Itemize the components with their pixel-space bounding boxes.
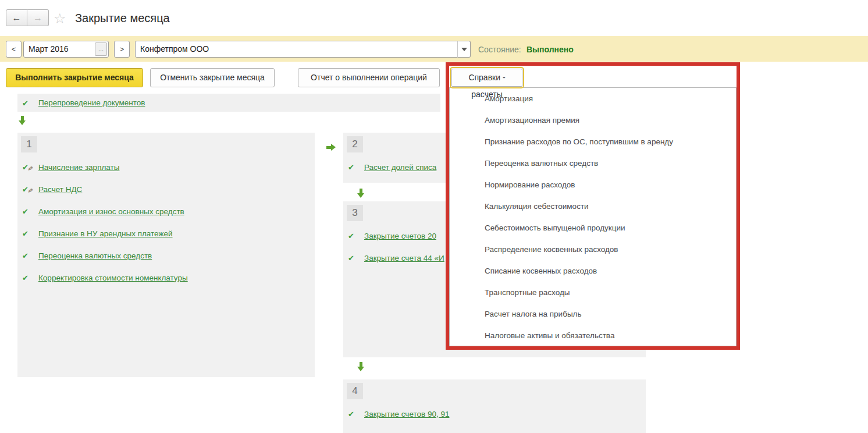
stage-number-3: 3 bbox=[347, 205, 363, 221]
dropdown-menu-item[interactable]: Распределение косвенных расходов bbox=[450, 239, 736, 260]
refs-calculations-button[interactable]: Справки - расчеты bbox=[451, 69, 522, 87]
dropdown-menu-item[interactable]: Нормирование расходов bbox=[450, 174, 736, 196]
right-arrow-icon bbox=[326, 144, 336, 151]
dropdown-menu-item[interactable]: Амортизационная премия bbox=[450, 109, 736, 131]
status-label: Состояние: bbox=[478, 45, 521, 54]
period-picker-button[interactable]: ... bbox=[95, 42, 107, 56]
back-arrow-icon: ← bbox=[12, 13, 22, 23]
check-icon bbox=[348, 230, 360, 241]
operation-link[interactable]: Расчет НДС bbox=[38, 185, 82, 194]
operation-row: ✎ Расчет НДС bbox=[17, 178, 315, 200]
stage-4-operations: Закрытие счетов 90, 91 Расчет налога на … bbox=[343, 403, 646, 433]
operation-row: Расчет налога на прибыль bbox=[343, 425, 646, 433]
dropdown-menu-item[interactable]: Налоговые активы и обязательства bbox=[450, 325, 736, 346]
status-badge: Выполнено bbox=[527, 45, 574, 54]
page-title: Закрытие месяца bbox=[75, 12, 170, 25]
operation-link[interactable]: Закрытие счетов 20 bbox=[364, 232, 436, 240]
operation-row: ✎ Начисление зарплаты bbox=[17, 156, 315, 178]
dropdown-menu-item[interactable]: Признание расходов по ОС, поступившим в … bbox=[450, 131, 736, 152]
operations-report-button[interactable]: Отчет о выполнении операций bbox=[298, 68, 440, 87]
stage-panel-4: 4 Закрытие счетов 90, 91 Расчет налога н… bbox=[343, 379, 646, 433]
refs-dropdown-menu: Амортизация Амортизационная премия Призн… bbox=[449, 87, 737, 346]
pencil-icon: ✎ bbox=[26, 165, 34, 171]
stage-1-operations: ✎ Начисление зарплаты ✎ Расчет НДС Аморт… bbox=[17, 156, 315, 289]
down-arrow-icon bbox=[357, 189, 365, 198]
dropdown-menu-item[interactable]: Калькуляция себестоимости bbox=[450, 196, 736, 217]
history-nav: ← → bbox=[6, 9, 49, 26]
dropdown-menu-item[interactable]: Списание косвенных расходов bbox=[450, 260, 736, 282]
operation-row: Признание в НУ арендных платежей bbox=[17, 222, 315, 244]
period-bar: < Март 2016 ... > Конфетпром ООО Состоян… bbox=[0, 36, 868, 62]
down-arrow-icon bbox=[357, 362, 365, 371]
check-icon bbox=[22, 272, 34, 283]
stage-number-4: 4 bbox=[347, 383, 363, 399]
company-field[interactable]: Конфетпром ООО bbox=[135, 41, 458, 58]
dropdown-menu-item[interactable]: Транспортные расходы bbox=[450, 282, 736, 303]
pencil-icon: ✎ bbox=[26, 187, 34, 193]
check-icon: ✎ bbox=[22, 184, 34, 194]
operation-link[interactable]: Амортизация и износ основных средств bbox=[38, 207, 184, 216]
dropdown-menu-item[interactable]: Переоценка валютных средств bbox=[450, 152, 736, 174]
check-icon bbox=[348, 253, 360, 263]
check-icon: ✎ bbox=[22, 162, 34, 172]
stage-panel-1: 1 ✎ Начисление зарплаты ✎ Расчет НДС Амо… bbox=[17, 133, 315, 377]
reprocess-link[interactable]: Перепроведение документов bbox=[38, 98, 145, 107]
favorite-star-icon[interactable]: ☆ bbox=[54, 10, 66, 27]
refs-dropdown-highlight: Справки - расчеты Амортизация Амортизаци… bbox=[446, 62, 740, 350]
check-icon bbox=[348, 431, 360, 433]
reprocess-row: Перепроведение документов bbox=[17, 94, 440, 112]
operation-row: Закрытие счетов 90, 91 bbox=[343, 403, 646, 425]
operation-link[interactable]: Переоценка валютных средств bbox=[38, 251, 152, 260]
company-dropdown-button[interactable] bbox=[457, 41, 471, 58]
period-field[interactable]: Март 2016 ... bbox=[23, 41, 109, 58]
operation-link[interactable]: Закрытие счетов 90, 91 bbox=[364, 410, 449, 418]
operation-row: Переоценка валютных средств bbox=[17, 244, 315, 267]
operation-row: Амортизация и износ основных средств bbox=[17, 200, 315, 222]
check-icon bbox=[348, 409, 360, 419]
operation-link[interactable]: Признание в НУ арендных платежей bbox=[38, 229, 173, 238]
down-arrow-icon bbox=[19, 116, 26, 125]
operation-link[interactable]: Начисление зарплаты bbox=[38, 163, 119, 172]
dropdown-menu-item[interactable]: Расчет налога на прибыль bbox=[450, 303, 736, 325]
forward-arrow-icon: → bbox=[33, 13, 42, 23]
run-closing-button[interactable]: Выполнить закрытие месяца bbox=[6, 68, 143, 87]
check-icon bbox=[22, 250, 34, 261]
check-icon bbox=[22, 206, 34, 216]
next-period-button[interactable]: > bbox=[114, 41, 130, 58]
refs-dropdown-header: Справки - расчеты bbox=[449, 66, 737, 87]
check-icon bbox=[22, 98, 34, 108]
prev-period-button[interactable]: < bbox=[6, 41, 22, 58]
check-icon bbox=[348, 162, 360, 172]
dropdown-menu-item[interactable]: Себестоимость выпущеной продукции bbox=[450, 217, 736, 239]
operation-link[interactable]: Корректировка стоимости номенклатуры bbox=[38, 274, 188, 282]
check-icon bbox=[22, 228, 34, 239]
operation-link[interactable]: Закрытие счета 44 «И bbox=[364, 254, 444, 262]
stage-number-2: 2 bbox=[347, 136, 363, 152]
cancel-closing-button[interactable]: Отменить закрытие месяца bbox=[150, 68, 275, 87]
operation-row: Корректировка стоимости номенклатуры bbox=[17, 267, 315, 289]
period-value: Март 2016 bbox=[29, 44, 69, 54]
company-value: Конфетпром ООО bbox=[140, 44, 209, 54]
stage-number-1: 1 bbox=[21, 136, 37, 152]
forward-button[interactable]: → bbox=[27, 9, 49, 26]
back-button[interactable]: ← bbox=[6, 9, 27, 26]
operation-link[interactable]: Расчет долей списа bbox=[364, 163, 436, 172]
